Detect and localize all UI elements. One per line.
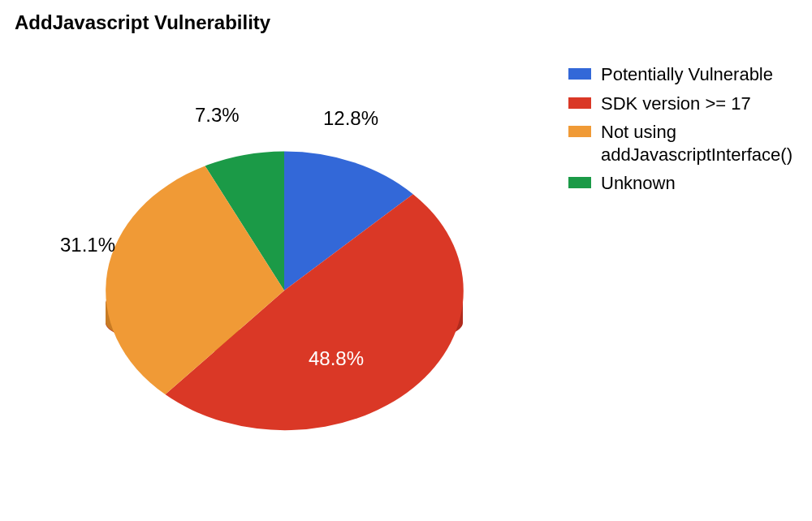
legend-item: Potentially Vulnerable xyxy=(568,63,804,86)
slice-label-potentially-vulnerable: 12.8% xyxy=(323,107,378,130)
legend-label: Potentially Vulnerable xyxy=(601,63,773,86)
legend-label: Not using addJavascriptInterface() xyxy=(601,121,804,166)
legend-swatch-icon xyxy=(568,97,591,109)
slice-label-not-using: 31.1% xyxy=(60,234,115,256)
chart-title: AddJavascript Vulnerability xyxy=(15,11,270,34)
legend-swatch-icon xyxy=(568,177,591,188)
pie-chart: 7.3% 12.8% 48.8% 31.1% xyxy=(49,57,520,511)
legend-label: Unknown xyxy=(601,172,676,195)
legend-item: Not using addJavascriptInterface() xyxy=(568,121,804,166)
legend-swatch-icon xyxy=(568,126,591,137)
legend: Potentially Vulnerable SDK version >= 17… xyxy=(568,63,804,201)
legend-label: SDK version >= 17 xyxy=(601,93,751,115)
legend-item: SDK version >= 17 xyxy=(568,93,804,115)
slice-label-unknown: 7.3% xyxy=(195,104,240,127)
slice-label-sdk-17: 48.8% xyxy=(309,347,364,370)
legend-swatch-icon xyxy=(568,68,591,80)
legend-item: Unknown xyxy=(568,172,804,195)
